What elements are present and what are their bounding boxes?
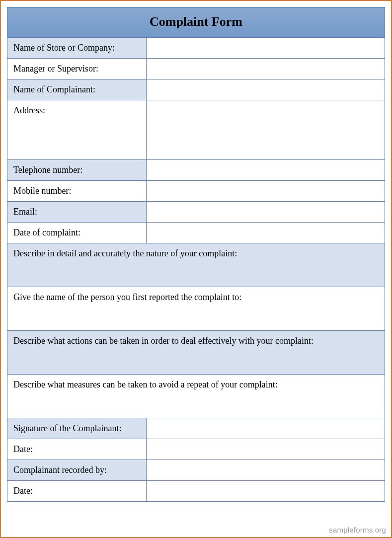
form-header-row: Complaint Form — [7, 7, 385, 38]
row-date1: Date: — [7, 439, 385, 460]
row-signature: Signature of the Complainant: — [7, 418, 385, 439]
label-describe-nature[interactable]: Describe in detail and accurately the na… — [7, 243, 385, 287]
row-date2: Date: — [7, 481, 385, 502]
input-signature[interactable] — [147, 418, 385, 439]
label-actions[interactable]: Describe what actions can be taken in or… — [7, 331, 385, 375]
input-complainant[interactable] — [147, 79, 385, 100]
input-address[interactable] — [147, 100, 385, 160]
label-date-complaint: Date of complaint: — [7, 223, 147, 243]
label-store: Name of Store or Company: — [7, 38, 147, 59]
row-complainant: Name of Complainant: — [7, 79, 385, 100]
row-date-complaint: Date of complaint: — [7, 223, 385, 243]
row-first-reported: Give the name of the person you first re… — [7, 287, 385, 331]
input-telephone[interactable] — [147, 160, 385, 181]
label-recorded-by: Complainant recorded by: — [7, 460, 147, 481]
row-email: Email: — [7, 202, 385, 223]
row-describe-nature: Describe in detail and accurately the na… — [7, 243, 385, 287]
label-address: Address: — [7, 100, 147, 160]
input-recorded-by[interactable] — [147, 460, 385, 481]
row-address: Address: — [7, 100, 385, 160]
label-manager: Manager or Supervisor: — [7, 59, 147, 79]
input-date2[interactable] — [147, 481, 385, 502]
label-date1: Date: — [7, 439, 147, 460]
label-measures[interactable]: Describe what measures can be taken to a… — [7, 375, 385, 418]
input-date1[interactable] — [147, 439, 385, 460]
input-manager[interactable] — [147, 59, 385, 79]
row-measures: Describe what measures can be taken to a… — [7, 375, 385, 418]
row-mobile: Mobile number: — [7, 181, 385, 202]
label-mobile: Mobile number: — [7, 181, 147, 202]
label-date2: Date: — [7, 481, 147, 502]
row-recorded-by: Complainant recorded by: — [7, 460, 385, 481]
row-manager: Manager or Supervisor: — [7, 59, 385, 79]
label-signature: Signature of the Complainant: — [7, 418, 147, 439]
label-complainant: Name of Complainant: — [7, 79, 147, 100]
label-first-reported[interactable]: Give the name of the person you first re… — [7, 287, 385, 331]
row-telephone: Telephone number: — [7, 160, 385, 181]
input-mobile[interactable] — [147, 181, 385, 202]
form-title: Complaint Form — [7, 7, 385, 38]
row-actions: Describe what actions can be taken in or… — [7, 331, 385, 375]
watermark-text: sampleforms.org — [329, 526, 386, 534]
page-container: Complaint Form Name of Store or Company:… — [0, 0, 392, 538]
label-telephone: Telephone number: — [7, 160, 147, 181]
input-email[interactable] — [147, 202, 385, 223]
input-store[interactable] — [147, 38, 385, 59]
input-date-complaint[interactable] — [147, 223, 385, 243]
row-store: Name of Store or Company: — [7, 38, 385, 59]
complaint-form-table: Complaint Form Name of Store or Company:… — [7, 7, 385, 502]
label-email: Email: — [7, 202, 147, 223]
